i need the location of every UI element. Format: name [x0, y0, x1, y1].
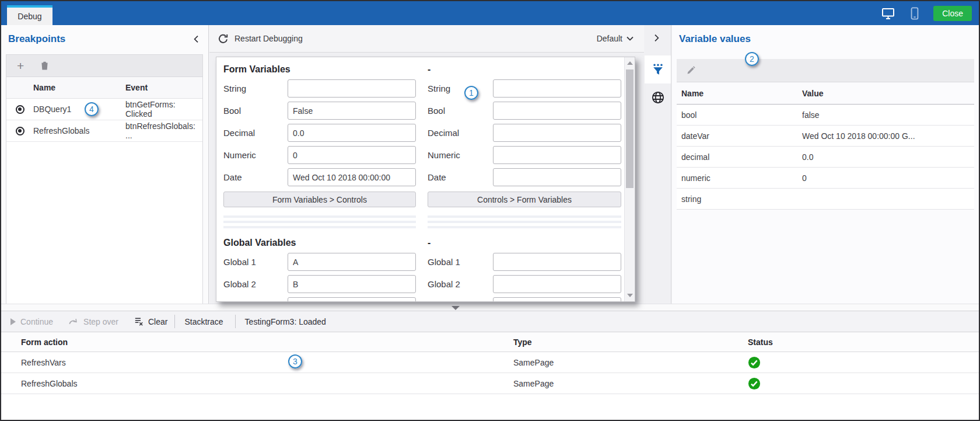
debug-preview-panel: Restart Debugging Default Form Variables…	[209, 25, 644, 304]
global1-input-left[interactable]	[288, 253, 416, 271]
breakpoint-enabled-icon[interactable]	[16, 127, 24, 135]
desktop-view-icon[interactable]	[880, 6, 896, 20]
main-area: Breakpoints +	[1, 25, 979, 304]
form-variables-heading: Form Variables	[223, 63, 416, 76]
collapse-left-icon[interactable]	[192, 34, 201, 44]
tab-debug[interactable]: Debug	[7, 5, 52, 25]
mobile-view-icon[interactable]	[909, 6, 921, 21]
breakpoint-row[interactable]: RefreshGlobals btnRefreshGlobals: ...	[6, 120, 202, 142]
breakpoint-enabled-icon[interactable]	[16, 105, 24, 114]
bool-input-right[interactable]	[493, 102, 621, 120]
clear-button[interactable]: Clear	[134, 316, 167, 326]
tab-globals[interactable]	[645, 83, 671, 112]
toolbar-separator	[174, 315, 175, 328]
scroll-up-icon[interactable]	[625, 58, 635, 68]
field-label: Decimal	[428, 128, 493, 138]
global-variables-heading: Global Variables	[223, 236, 416, 249]
global1-input-right[interactable]	[493, 253, 621, 271]
form-field-row: Global 1	[223, 253, 416, 271]
variable-row[interactable]: dateVar Wed Oct 10 2018 00:00:00 G...	[677, 126, 974, 147]
close-button[interactable]: Close	[933, 6, 972, 21]
variable-value: 0	[802, 173, 974, 183]
form-action-row[interactable]: RefreshGlobals SamePage	[1, 373, 979, 394]
tab-variable-filter[interactable]	[645, 55, 671, 83]
date-input-right[interactable]	[493, 168, 621, 186]
col-status: Status	[748, 338, 979, 347]
status-success-icon	[748, 377, 979, 390]
step-over-icon	[68, 318, 79, 326]
field-label: Numeric	[223, 150, 288, 160]
field-label: String	[223, 83, 288, 93]
form-field-row: String	[428, 79, 621, 98]
field-label: String	[428, 83, 493, 93]
form-action-type: SamePage	[513, 379, 748, 388]
scroll-down-icon[interactable]	[625, 291, 635, 300]
continue-label: Continue	[20, 317, 53, 326]
variable-values-panel: Variable values Name Value bool false	[672, 25, 979, 304]
collapse-right-icon[interactable]	[652, 33, 661, 43]
string-input-right[interactable]	[493, 79, 621, 98]
numeric-input-left[interactable]	[288, 146, 416, 164]
global2-input-right[interactable]	[493, 275, 621, 293]
variable-value: 0.0	[802, 152, 974, 162]
decimal-input-right[interactable]	[493, 124, 621, 142]
clipped-input-right[interactable]	[493, 297, 621, 302]
variable-name: bool	[681, 110, 802, 120]
stacktrace-button[interactable]: Stacktrace	[184, 317, 223, 326]
variable-name: dateVar	[681, 131, 802, 141]
step-over-label: Step over	[83, 317, 118, 326]
form-scrollbar[interactable]	[624, 57, 635, 301]
variable-name: string	[681, 194, 802, 204]
controls-to-form-vars-button[interactable]: Controls > Form Variables	[428, 192, 621, 207]
variables-col-value: Value	[802, 89, 974, 98]
splitter-handle-icon[interactable]	[452, 306, 460, 310]
step-over-button[interactable]: Step over	[68, 317, 118, 326]
variables-table: Name Value bool false dateVar Wed Oct 10…	[677, 82, 974, 210]
variable-value: false	[802, 110, 974, 120]
add-breakpoint-icon[interactable]: +	[17, 60, 24, 72]
variable-row[interactable]: numeric 0	[677, 168, 974, 189]
variable-row[interactable]: decimal 0.0	[677, 147, 974, 168]
clipped-input-left[interactable]	[288, 297, 416, 302]
decimal-input-left[interactable]	[288, 124, 416, 142]
restart-debugging-label[interactable]: Restart Debugging	[235, 34, 303, 43]
scrollbar-thumb[interactable]	[626, 69, 634, 188]
form-actions-header-row: Form action Type Status	[1, 332, 979, 352]
delete-breakpoint-icon[interactable]	[40, 61, 49, 71]
variables-toolbar	[677, 59, 974, 82]
breakpoints-col-name: Name	[33, 83, 125, 92]
edit-variable-icon[interactable]	[686, 65, 696, 75]
field-label: Global 2	[428, 279, 493, 289]
form-action-row[interactable]: RefreshVars SamePage	[1, 352, 979, 373]
numeric-input-right[interactable]	[493, 146, 621, 164]
breakpoints-table-container: + Name Event DBQuery1 btnGetForms: Clic	[6, 54, 203, 304]
variable-name: decimal	[681, 152, 802, 162]
stacktrace-label: Stacktrace	[184, 317, 223, 326]
variable-values-title: Variable values	[679, 33, 751, 45]
restart-debugging-icon[interactable]	[218, 33, 229, 44]
form-vars-to-controls-button[interactable]: Form Variables > Controls	[223, 192, 416, 207]
variable-row[interactable]: string	[677, 189, 974, 210]
variable-row[interactable]: bool false	[677, 105, 974, 126]
global2-input-left[interactable]	[288, 275, 416, 293]
form-field-row: Date	[428, 168, 621, 186]
form-field-row: Global 1	[428, 253, 621, 271]
horizontal-splitter[interactable]	[1, 304, 979, 311]
date-input-left[interactable]	[288, 168, 416, 186]
continue-button[interactable]: Continue	[10, 317, 53, 326]
form-actions-table: Form action Type Status RefreshVars Same…	[1, 332, 979, 394]
breakpoint-row[interactable]: DBQuery1 btnGetForms: Clicked	[6, 99, 202, 120]
empty-grid-stripes	[428, 213, 621, 231]
bool-input-left[interactable]	[288, 102, 416, 120]
breakpoints-panel: Breakpoints +	[1, 25, 209, 304]
form-field-row: String	[223, 79, 416, 98]
string-input-left[interactable]	[288, 79, 416, 98]
globe-icon	[651, 91, 665, 105]
col-type: Type	[513, 338, 748, 347]
profile-dropdown[interactable]: Default	[597, 34, 634, 43]
field-label: Global 1	[223, 257, 288, 267]
global-variables-right-heading: -	[428, 236, 621, 249]
breakpoints-toolbar: +	[6, 55, 202, 77]
field-label: Numeric	[428, 150, 493, 160]
form-preview-card: Form Variables String Bool Decimal N	[216, 57, 635, 302]
